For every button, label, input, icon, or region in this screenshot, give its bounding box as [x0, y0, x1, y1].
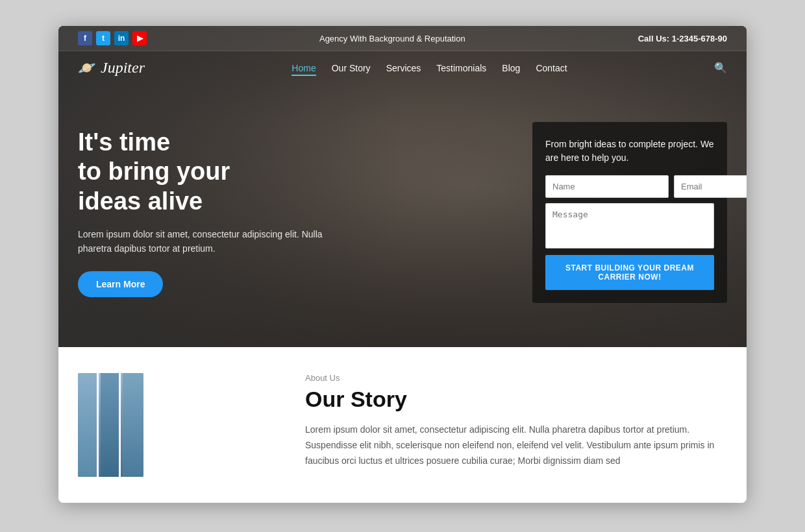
hero-content: f t in ▶ Agency With Background & Reputa…: [58, 26, 747, 347]
hero-left-content: It's timeto bring yourideas alive Lorem …: [78, 128, 513, 298]
hero-body: It's timeto bring yourideas alive Lorem …: [58, 84, 747, 347]
hero-subtext: Lorem ipsum dolor sit amet, consectetur …: [78, 227, 325, 256]
nav-item-our-story[interactable]: Our Story: [332, 62, 371, 74]
hero-section: f t in ▶ Agency With Background & Reputa…: [58, 26, 747, 347]
photo-strip-3: [123, 373, 143, 477]
name-input[interactable]: [545, 175, 669, 198]
linkedin-icon[interactable]: in: [114, 31, 129, 45]
photo-strip-1: [78, 373, 99, 477]
nav-link-home[interactable]: Home: [291, 63, 316, 76]
hero-heading: It's timeto bring yourideas alive: [78, 128, 513, 217]
about-photo-collage: [78, 373, 143, 477]
nav-link-contact[interactable]: Contact: [536, 63, 567, 73]
submit-button[interactable]: START BUILDING YOUR DREAM CARRIER NOW!: [545, 255, 714, 290]
contact-card-intro: From bright ideas to complete project. W…: [545, 138, 714, 165]
twitter-icon[interactable]: t: [96, 31, 110, 45]
about-body: Lorem ipsum dolor sit amet, consectetur …: [305, 422, 727, 468]
email-input[interactable]: [674, 175, 747, 198]
about-title: Our Story: [305, 387, 727, 412]
nav-link-testimonials[interactable]: Testimonials: [436, 63, 486, 73]
about-images: [78, 373, 279, 477]
nav-item-blog[interactable]: Blog: [502, 62, 520, 74]
nav-item-contact[interactable]: Contact: [536, 62, 567, 74]
about-section: About Us Our Story Lorem ipsum dolor sit…: [58, 347, 747, 503]
about-text: About Us Our Story Lorem ipsum dolor sit…: [305, 373, 727, 468]
nav-item-testimonials[interactable]: Testimonials: [436, 62, 486, 74]
nav-link-services[interactable]: Services: [386, 63, 421, 73]
main-nav: 🪐 Jupiter Home Our Story Services Testim…: [58, 51, 747, 84]
logo-icon: 🪐: [78, 60, 95, 77]
nav-links: Home Our Story Services Testimonials Blo…: [291, 62, 567, 74]
nav-link-blog[interactable]: Blog: [502, 63, 520, 73]
logo[interactable]: 🪐 Jupiter: [78, 59, 145, 77]
about-label: About Us: [305, 373, 727, 383]
facebook-icon[interactable]: f: [78, 31, 92, 45]
phone-number: Call Us: 1-2345-678-90: [638, 34, 727, 43]
youtube-icon[interactable]: ▶: [132, 31, 147, 45]
nav-item-home[interactable]: Home: [291, 62, 316, 74]
search-icon[interactable]: 🔍: [714, 62, 727, 74]
browser-window: f t in ▶ Agency With Background & Reputa…: [58, 26, 747, 503]
top-bar: f t in ▶ Agency With Background & Reputa…: [58, 26, 747, 51]
tagline: Agency With Background & Reputation: [319, 34, 465, 43]
learn-more-button[interactable]: Learn More: [78, 271, 163, 297]
form-name-email-row: [545, 175, 714, 198]
nav-link-our-story[interactable]: Our Story: [332, 63, 371, 73]
photo-strip-2: [101, 373, 121, 477]
contact-form-card: From bright ideas to complete project. W…: [532, 122, 727, 303]
message-input[interactable]: [545, 203, 714, 248]
logo-text: Jupiter: [101, 59, 145, 77]
social-icons-group: f t in ▶: [78, 31, 147, 45]
nav-item-services[interactable]: Services: [386, 62, 421, 74]
